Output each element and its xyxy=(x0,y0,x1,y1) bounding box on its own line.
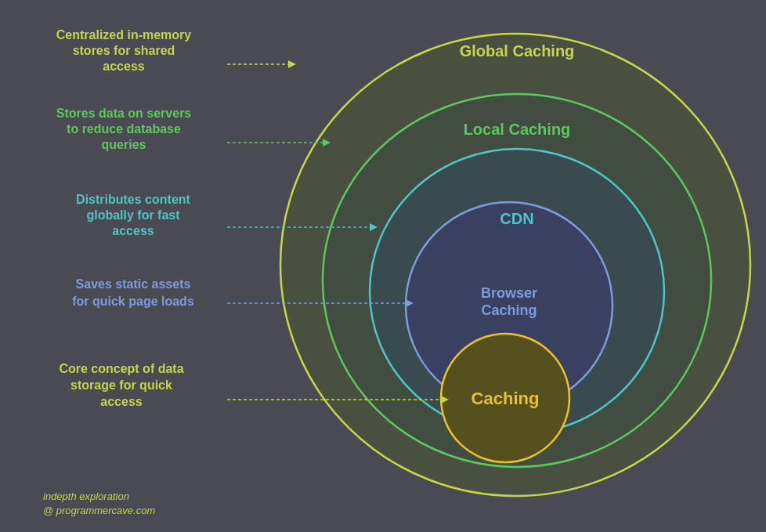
cdn-annotation-line3: access xyxy=(112,224,154,237)
cdn-annotation-line1: Distributes content xyxy=(76,193,190,206)
cdn-annotation-line2: globally for fast xyxy=(86,208,180,222)
global-annotation-line2: stores for shared xyxy=(73,44,175,57)
watermark-line2: @ programmercave.com xyxy=(43,505,155,516)
diagram-container: Global Caching Local Caching CDN Browser… xyxy=(0,0,766,532)
global-annotation-line3: access xyxy=(103,60,144,73)
local-annotation-line2: to reduce database xyxy=(67,122,181,136)
global-annotation-line1: Centralized in-memory xyxy=(56,28,192,42)
local-annotation-line3: queries xyxy=(102,138,146,151)
core-annotation-line1: Core concept of data xyxy=(59,362,183,375)
local-caching-label: Local Caching xyxy=(464,121,571,138)
diagram-svg: Global Caching Local Caching CDN Browser… xyxy=(0,0,766,532)
browser-caching-label-line2: Caching xyxy=(481,302,537,318)
core-annotation-line3: access xyxy=(100,395,142,408)
browser-caching-label-line1: Browser xyxy=(481,285,537,301)
browser-annotation-line1: Saves static assets xyxy=(76,277,191,291)
core-annotation-line2: storage for quick xyxy=(70,378,172,392)
global-caching-label: Global Caching xyxy=(460,42,575,60)
cdn-label: CDN xyxy=(500,210,533,227)
watermark-line1: indepth exploration xyxy=(43,490,129,502)
caching-label: Caching xyxy=(472,389,540,408)
browser-annotation-line2: for quick page loads xyxy=(72,295,194,308)
local-annotation-line1: Stores data on servers xyxy=(56,107,192,120)
